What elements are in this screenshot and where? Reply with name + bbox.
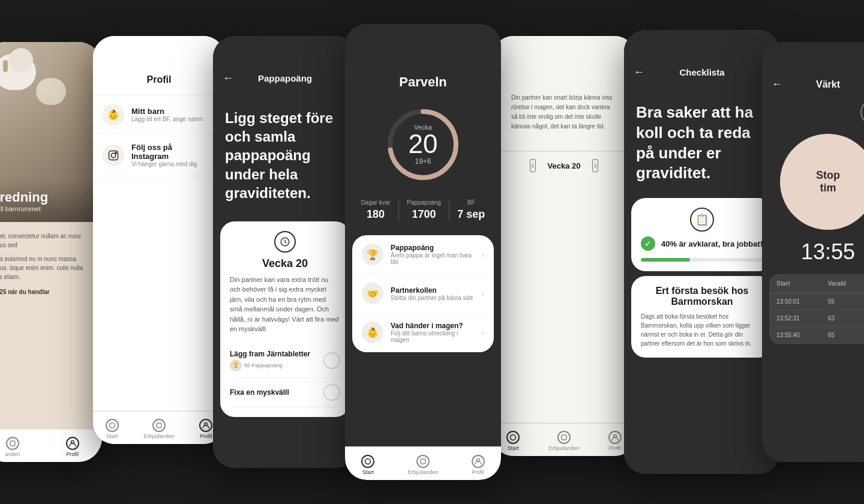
mitt-barn-title: Mitt barn	[131, 107, 205, 116]
phone-checklista: ← Checklista Bra saker att ha koll och t…	[624, 30, 780, 474]
checklist-icon: 📋	[690, 208, 714, 232]
progress-text: 40% är avklarat, bra jobbat!	[661, 239, 763, 248]
stop-label: Stop	[816, 169, 840, 182]
phone6-visit-card: Ert första besök hos Barnmorskan Dags at…	[631, 276, 773, 358]
pp-badge-icon: 🏆	[230, 359, 242, 371]
parveln-menu-magen[interactable]: 👶 Vad händer i magen? Följ ditt barns ut…	[352, 313, 494, 352]
parveln-magen-icon: 👶	[362, 322, 383, 343]
stop-timer-ring[interactable]: Stop tim	[780, 134, 864, 230]
phone6-title: Checklista	[655, 67, 749, 77]
svg-rect-15	[562, 435, 566, 440]
week-ring-container: Vecka 20 19+6	[345, 100, 501, 190]
checklist-item-2: Fixa en myskvälll	[230, 378, 340, 407]
ring-week-sub: 19+6	[409, 157, 438, 166]
back-arrow-icon-6[interactable]: ←	[634, 66, 648, 79]
row2-start: 13:52:31	[776, 315, 828, 322]
phone2-header: Profil	[93, 62, 225, 95]
nav-start-5[interactable]: Start	[506, 431, 520, 451]
parveln-menu-pappapoang[interactable]: 🏆 Pappapoäng Årets pappa är inget man ba…	[352, 235, 494, 274]
parveln-menu-card: 🏆 Pappapoäng Årets pappa är inget man ba…	[352, 235, 494, 352]
body-text-top: ...	[502, 72, 626, 79]
phone3-header: ← Pappapoäng	[213, 62, 357, 94]
back-arrow-icon[interactable]: ←	[223, 72, 237, 85]
toggle-1[interactable]	[323, 352, 340, 369]
progress-row: ✓ 40% är avklarat, bra jobbat!	[641, 236, 763, 251]
phone7-header: ← Värkt	[762, 68, 864, 100]
nav-profil-parveln[interactable]: Profil	[472, 455, 485, 475]
phones-container: nredning g till barnrummet amet, consect…	[0, 0, 864, 504]
instagram-title: Följ oss på Instagram	[131, 143, 205, 161]
nav-erbjudanden-parveln[interactable]: Erbjudanden	[407, 455, 438, 475]
nav-profil-5[interactable]: Profil	[608, 431, 622, 451]
stat-dagar: Dagar kvar 180	[361, 199, 391, 221]
visit-title: Ert första besök hos Barnmorskan	[641, 286, 763, 307]
profil-icon-5	[608, 431, 622, 444]
phone5-body: Din partner kan snart börja känna viss r…	[502, 83, 626, 141]
nav-erbjudanden-5[interactable]: Erbjudanden	[548, 431, 579, 451]
svg-rect-12	[421, 459, 425, 464]
menu-item-instagram[interactable]: Följ oss på Instagram Vi hänger gärna me…	[93, 134, 225, 176]
phone1-body: amet, consectetur nullam ac nunc pibus s…	[0, 222, 102, 306]
erbjudanden-icon-parveln	[416, 455, 430, 468]
toggle-2[interactable]	[323, 384, 340, 401]
timer-row-1: 13:50:01 55	[769, 293, 864, 310]
nav-profil-active[interactable]: Profil	[199, 419, 212, 439]
col-start-header: Start	[776, 280, 828, 287]
week-number: Vecka 20	[230, 257, 340, 270]
parveln-menu-partnerkollen[interactable]: 🤝 Partnerkollen Stötta din partner på bä…	[352, 274, 494, 313]
profil-icon-2	[199, 419, 212, 432]
visit-text: Dags att boka första besöket hos Barnmor…	[641, 312, 763, 348]
phone7-title: Värkt	[786, 79, 864, 90]
stat-bf: BF 7 sep	[457, 199, 485, 221]
week-ring: Vecka 20 19+6	[384, 106, 462, 184]
stat-divider-2	[449, 199, 449, 221]
row3-start: 13:55:40	[776, 332, 828, 338]
stat-divider-1	[398, 199, 399, 221]
menu-item-mitt-barn[interactable]: 👶 Mitt barn Lägg till ert BF, ange namn …	[93, 95, 225, 134]
parveln-title: Parveln	[345, 50, 501, 100]
tim-label: tim	[820, 182, 836, 194]
week-icon	[274, 231, 296, 253]
stats-row: Dagar kvar 180 Pappapoäng 1700 BF 7 sep	[345, 190, 501, 230]
progress-fill	[641, 258, 690, 262]
nav-start-parveln[interactable]: Start	[361, 455, 374, 475]
svg-point-3	[111, 153, 116, 158]
erbjudanden-icon	[6, 437, 19, 450]
nav-item-erbjudanden[interactable]: anden	[5, 437, 20, 457]
timer-row-3: 13:55:40 65	[769, 327, 864, 344]
timer-clock-icon	[860, 100, 864, 124]
chevron-right-4: ›	[481, 289, 484, 298]
mitt-barn-icon: 👶	[103, 104, 124, 125]
nav-erbjudanden[interactable]: Erbjudanden	[143, 419, 174, 439]
phone6-hero: Bra saker att ha koll och ta reda på und…	[624, 88, 780, 193]
phone1-hero-image: nredning g till barnrummet	[0, 42, 102, 222]
phone1-title: nredning	[0, 190, 92, 205]
phone-pappapoang: ← Pappapoäng Ligg steget före och samla …	[213, 36, 357, 468]
svg-point-11	[365, 459, 371, 464]
chevron-right-5: ›	[481, 328, 484, 337]
phone3-title: Pappapoäng	[244, 73, 326, 83]
svg-point-5	[109, 423, 115, 428]
timer-icon-area	[762, 100, 864, 129]
check-green-icon: ✓	[641, 236, 655, 251]
start-icon	[106, 419, 119, 432]
phone5-nav: Start Erbjudanden Profil	[492, 422, 636, 456]
phone-profile: Profil 👶 Mitt barn Lägg till ert BF, ang…	[93, 36, 225, 444]
phone6-progress-card: 📋 ✓ 40% är avklarat, bra jobbat!	[631, 198, 773, 271]
phone6-header: ← Checklista	[624, 56, 780, 88]
phone-inredning: nredning g till barnrummet amet, consect…	[0, 42, 102, 462]
phone-parveln: Parveln Vecka 20 19+6 Dagar kvar	[345, 24, 501, 480]
prev-week-button[interactable]: ‹	[530, 159, 535, 172]
chevron-right-3: ›	[481, 250, 484, 259]
svg-rect-6	[157, 423, 161, 428]
row2-duration: 63	[828, 315, 864, 322]
row3-duration: 65	[828, 332, 864, 338]
nav-start[interactable]: Start	[106, 419, 119, 439]
nav-item-profil-active[interactable]: Profil	[66, 437, 79, 457]
phone-weekly-info: ... Din partner kan snart börja känna vi…	[492, 36, 636, 456]
next-week-button[interactable]: ›	[592, 159, 598, 172]
back-arrow-icon-7[interactable]: ←	[772, 78, 786, 91]
col-duration-header: Varakt	[828, 280, 864, 287]
svg-point-14	[511, 435, 516, 440]
timer-table-header: Start Varakt	[769, 274, 864, 293]
